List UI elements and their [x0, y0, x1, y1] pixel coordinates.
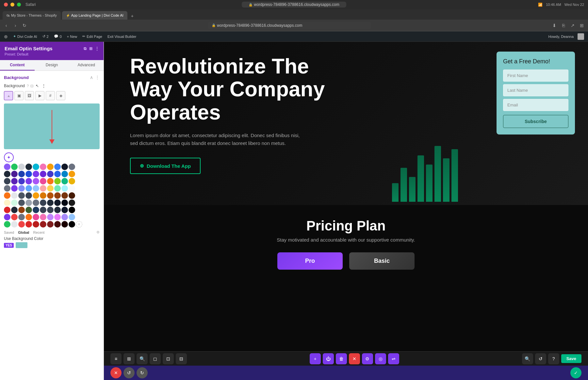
palette-swatch[interactable] [69, 199, 75, 206]
divi-code-ai-item[interactable]: ✦ Divi Code AI [13, 34, 37, 39]
share-button[interactable]: ↗ [569, 22, 576, 29]
bg-image-type[interactable]: 🖼 [25, 91, 34, 100]
palette-settings-icon[interactable]: ⚙ [96, 230, 100, 234]
toolbar-grid-btn[interactable]: ⊞ [123, 353, 135, 364]
palette-swatch[interactable] [69, 192, 75, 199]
palette-swatch[interactable] [40, 207, 46, 213]
palette-swatch[interactable] [18, 221, 25, 228]
forward-button[interactable]: › [12, 22, 19, 29]
last-name-input[interactable] [503, 84, 568, 96]
add-color-button[interactable]: + [76, 221, 82, 228]
eyedropper-tool[interactable]: ✦ [4, 152, 14, 162]
palette-swatch[interactable] [61, 185, 68, 192]
palette-swatch[interactable] [18, 185, 25, 192]
palette-swatch[interactable] [25, 221, 32, 228]
bg-gradient-type[interactable]: ⟁ [4, 91, 13, 100]
palette-swatch[interactable] [33, 185, 39, 192]
tab-shopify[interactable]: 🛍 My Store - Themes - Shopify [3, 11, 61, 20]
palette-swatch[interactable] [11, 214, 18, 220]
palette-swatch[interactable] [11, 171, 18, 177]
palette-swatch[interactable] [54, 171, 61, 177]
exit-vb-item[interactable]: Exit Visual Builder [107, 35, 136, 39]
email-input[interactable] [503, 99, 568, 111]
wp-logo[interactable]: ⊕ [4, 34, 8, 39]
comments-item[interactable]: 💬 0 [54, 34, 62, 39]
bg-mask-type[interactable]: ◈ [56, 91, 65, 100]
new-tab-button[interactable]: + [129, 12, 136, 20]
palette-swatch[interactable] [33, 178, 39, 184]
url-bar[interactable]: 🔒 wordpress-784896-3788616.cloudwaysapps… [242, 2, 346, 8]
toolbar-menu-btn[interactable]: ≡ [110, 353, 122, 364]
action-redo-btn[interactable]: ↻ [137, 367, 148, 378]
palette-swatch[interactable] [4, 164, 10, 170]
bg-color-type[interactable]: ▣ [14, 91, 24, 100]
palette-swatch[interactable] [47, 171, 54, 177]
toggle-color-swatch[interactable] [16, 242, 27, 248]
palette-swatch[interactable] [18, 192, 25, 199]
palette-swatch[interactable] [61, 221, 68, 228]
revisions-item[interactable]: ↺ 2 [42, 34, 49, 39]
palette-swatch[interactable] [54, 199, 61, 206]
palette-tab-saved[interactable]: Saved [4, 230, 14, 234]
palette-swatch[interactable] [61, 199, 68, 206]
toolbar-target-btn[interactable]: ◎ [375, 353, 386, 364]
palette-swatch[interactable] [33, 207, 39, 213]
reload-button[interactable]: ↻ [21, 22, 28, 29]
palette-swatch[interactable] [40, 214, 46, 220]
tab-design[interactable]: Design [35, 60, 69, 71]
palette-swatch[interactable] [54, 214, 61, 220]
bg-pattern-type[interactable]: # [46, 91, 55, 100]
palette-swatch[interactable] [4, 178, 10, 184]
toolbar-more-btn[interactable]: ⊟ [176, 353, 187, 364]
palette-swatch[interactable] [11, 199, 18, 206]
palette-swatch[interactable] [25, 199, 32, 206]
palette-swatch[interactable] [4, 221, 10, 228]
palette-swatch[interactable] [4, 207, 10, 213]
subscribe-button[interactable]: Subscribe [503, 115, 568, 128]
palette-swatch[interactable] [33, 221, 39, 228]
palette-swatch[interactable] [25, 214, 32, 220]
palette-swatch[interactable] [47, 207, 54, 213]
edit-page-item[interactable]: ✏ Edit Page [82, 34, 102, 39]
palette-swatch[interactable] [69, 185, 75, 192]
palette-swatch[interactable] [40, 171, 46, 177]
mac-close-button[interactable] [4, 3, 8, 7]
palette-swatch[interactable] [69, 178, 75, 184]
toolbar-search-btn[interactable]: 🔍 [137, 353, 148, 364]
sidebar-more-icon[interactable]: ⋮ [95, 46, 99, 51]
mac-maximize-button[interactable] [17, 3, 21, 7]
toolbar-layout-btn[interactable]: ⊡ [163, 353, 174, 364]
palette-swatch[interactable] [61, 164, 68, 170]
palette-swatch[interactable] [18, 178, 25, 184]
howdy-user[interactable]: Howdy, Deanna [548, 35, 574, 39]
palette-swatch[interactable] [47, 185, 54, 192]
tab-advanced[interactable]: Advanced [69, 60, 104, 71]
palette-swatch[interactable] [25, 164, 32, 170]
tab-divi[interactable]: ⚡ App Landing Page | Divi Code AI [62, 11, 127, 20]
section-more-icon[interactable]: ⋮ [95, 75, 100, 80]
palette-swatch[interactable] [40, 192, 46, 199]
palette-swatch[interactable] [33, 164, 39, 170]
palette-swatch[interactable] [25, 171, 32, 177]
sidebar-copy-icon[interactable]: ⧉ [84, 46, 87, 51]
mac-minimize-button[interactable] [10, 3, 14, 7]
toggle-yes-label[interactable]: YES [4, 243, 14, 248]
palette-swatch[interactable] [33, 199, 39, 206]
toolbar-columns-btn[interactable]: ⇌ [388, 353, 399, 364]
palette-swatch[interactable] [40, 178, 46, 184]
palette-swatch[interactable] [54, 221, 61, 228]
palette-swatch[interactable] [11, 185, 18, 192]
palette-swatch[interactable] [11, 178, 18, 184]
tab-content[interactable]: Content [0, 60, 35, 71]
toolbar-help-btn[interactable]: ? [548, 353, 559, 364]
first-name-input[interactable] [503, 70, 568, 82]
palette-swatch[interactable] [69, 207, 75, 213]
palette-swatch[interactable] [47, 221, 54, 228]
palette-swatch[interactable] [54, 178, 61, 184]
palette-swatch[interactable] [11, 207, 18, 213]
palette-swatch[interactable] [47, 192, 54, 199]
palette-swatch[interactable] [61, 207, 68, 213]
palette-swatch[interactable] [18, 171, 25, 177]
toolbar-wireframe-btn[interactable]: ◻ [150, 353, 161, 364]
bg-cursor-icon[interactable]: ↖ [36, 84, 39, 88]
